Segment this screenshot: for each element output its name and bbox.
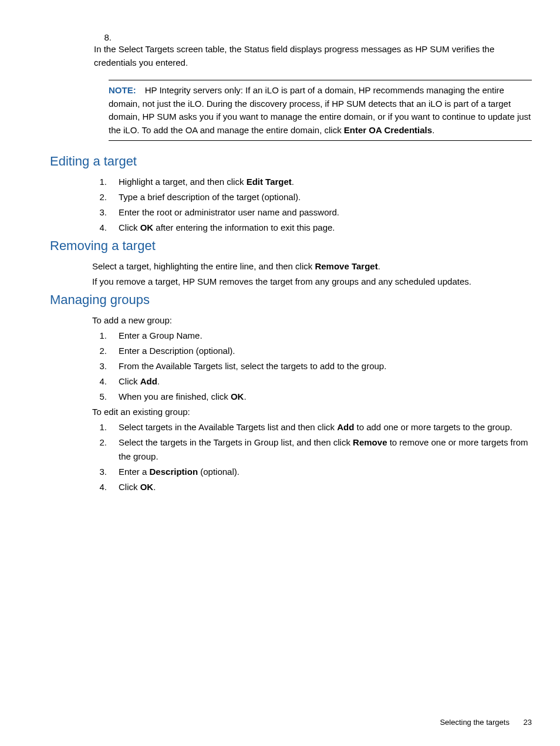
note-body-before: HP Integrity servers only: If an iLO is …: [109, 85, 531, 135]
note-box: NOTE:HP Integrity servers only: If an iL…: [109, 80, 532, 141]
note-bold-1: Enter OA Credentials: [344, 125, 432, 135]
heading-managing-groups: Managing groups: [50, 292, 532, 308]
step-text: In the Select Targets screen table, the …: [94, 43, 517, 69]
removing-para-2: If you remove a target, HP SUM removes t…: [92, 275, 532, 289]
removing-para-1: Select a target, highlighting the entire…: [92, 259, 532, 274]
list-item: Select targets in the Available Targets …: [92, 420, 532, 434]
step-number: 8.: [94, 32, 112, 42]
managing-intro-1: To add a new group:: [92, 313, 532, 328]
list-item: Highlight a target, and then click Edit …: [92, 175, 532, 189]
note-content: NOTE:HP Integrity servers only: If an iL…: [109, 84, 532, 137]
managing-steps-2: Select targets in the Available Targets …: [92, 420, 532, 494]
list-item: Enter a Description (optional).: [92, 344, 532, 358]
page-footer: Selecting the targets 23: [440, 718, 532, 727]
list-item: When you are finished, click OK.: [92, 390, 532, 404]
list-item: Click Add.: [92, 374, 532, 389]
list-item: Enter a Group Name.: [92, 329, 532, 343]
list-item: From the Available Targets list, select …: [92, 359, 532, 373]
note-label: NOTE:: [109, 85, 136, 95]
heading-removing-target: Removing a target: [50, 238, 532, 254]
section-removing-body: Select a target, highlighting the entire…: [92, 259, 532, 289]
list-item: Enter a Description (optional).: [92, 465, 532, 479]
managing-steps-1: Enter a Group Name. Enter a Description …: [92, 329, 532, 404]
section-editing-body: Highlight a target, and then click Edit …: [92, 175, 532, 235]
list-item: Select the targets in the Targets in Gro…: [92, 436, 532, 464]
list-item: Type a brief description of the target (…: [92, 190, 532, 204]
list-item: Click OK.: [92, 480, 532, 494]
list-item: Click OK after entering the information …: [92, 221, 532, 235]
editing-steps: Highlight a target, and then click Edit …: [92, 175, 532, 235]
page-number: 23: [524, 718, 532, 727]
list-item: Enter the root or administrator user nam…: [92, 205, 532, 220]
section-managing-body: To add a new group: Enter a Group Name. …: [92, 313, 532, 494]
note-body-after: .: [432, 125, 434, 135]
heading-editing-target: Editing a target: [50, 154, 532, 169]
step-8: 8. In the Select Targets screen table, t…: [94, 32, 532, 69]
managing-intro-2: To edit an existing group:: [92, 405, 532, 419]
footer-text: Selecting the targets: [440, 718, 510, 727]
